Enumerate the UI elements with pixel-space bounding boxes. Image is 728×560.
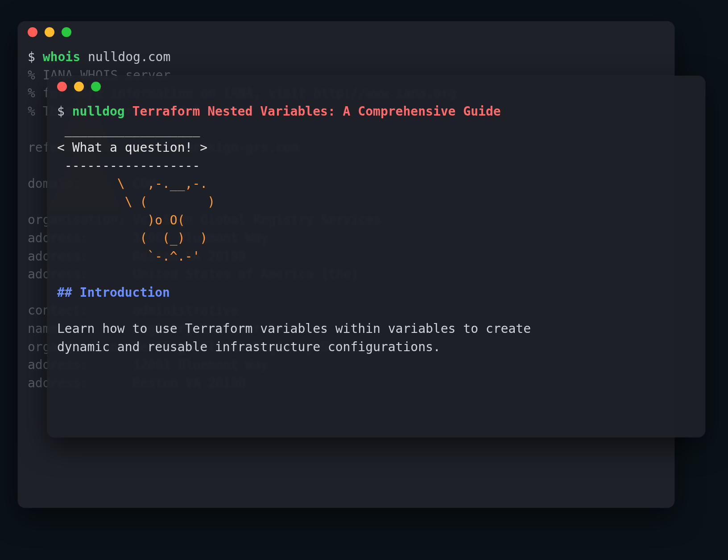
command-whois: whois [43,50,80,64]
titlebar-back[interactable] [18,21,674,43]
minimize-icon[interactable] [74,82,84,91]
section-heading-introduction: ## Introduction [57,285,170,300]
intro-paragraph: Learn how to use Terraform variables wit… [57,321,531,354]
terminal-output-front: $ nulldog Terraform Nested Variables: A … [47,97,705,366]
titlebar-front[interactable] [47,76,705,97]
prompt-symbol: $ [57,104,65,119]
ascii-dog-line-3: ( (_) ) [57,231,207,245]
close-icon[interactable] [28,27,37,37]
speech-bubble-text: < What a question! > [57,140,207,155]
ascii-dog-line-1: \ ( ) [57,195,215,209]
speech-bubble-top: __________________ [57,122,200,137]
ascii-dog-line-4: `-.^.-' [57,249,200,264]
command-nulldog: nulldog [72,104,125,119]
speech-bubble-bottom: ------------------ [57,158,200,173]
maximize-icon[interactable] [91,82,101,91]
foreground-terminal-window: $ nulldog Terraform Nested Variables: A … [47,76,705,437]
prompt-symbol: $ [28,50,35,64]
command-arg: nulldog.com [88,50,170,64]
ascii-dog-line-2: )o O( [57,213,185,228]
maximize-icon[interactable] [62,27,71,37]
close-icon[interactable] [57,82,67,91]
ascii-dog-line-0: \ ,-.__,-. [57,176,207,191]
article-title: Terraform Nested Variables: A Comprehens… [132,104,501,119]
minimize-icon[interactable] [45,27,54,37]
